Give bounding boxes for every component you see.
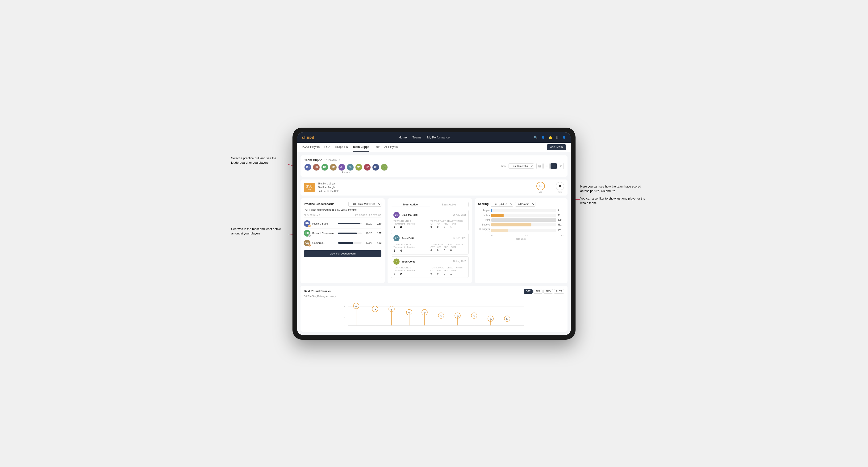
team-title-row: Team Clippd 14 Players ✎: [304, 158, 388, 162]
active-stats-3: Total Rounds TournamentPractice 7 2: [394, 267, 466, 276]
person-icon[interactable]: 👤: [541, 135, 545, 139]
bell-icon[interactable]: 🔔: [549, 135, 552, 139]
streaks-subtitle: Off The Tee, Fairway Accuracy: [304, 295, 564, 298]
putt-val-3: 1: [450, 272, 455, 275]
stat-group-practice-1: Total Practice Activities OTTAPPARGPUTT …: [431, 220, 466, 229]
active-stats-1: Total Rounds TournamentPractice 7 6: [394, 220, 466, 229]
lb-score-2: 18/20: [364, 232, 372, 235]
active-player-3-header: JC Josh Coles 26 Aug 2023: [394, 258, 466, 264]
drill-select[interactable]: PUTT Must Make Putt...: [348, 201, 381, 207]
streak-chart-svg: 6 4 2 7x: [304, 300, 564, 328]
chart-bar-birdies: [491, 214, 556, 217]
shot-start-lie: Start Lie: Rough: [318, 186, 339, 189]
drill-subtitle: PUTT Must Make Putting (3-6 ft), Last 3 …: [304, 209, 381, 211]
view-list-button[interactable]: ☰: [544, 163, 550, 169]
stat-values-practice-1: 0 0 0 1: [431, 225, 466, 228]
nav-my-performance[interactable]: My Performance: [427, 135, 450, 139]
lb-bar-fill-1: [338, 223, 361, 224]
lb-score-1: 19/20: [364, 222, 372, 225]
active-players-card: Most Active Least Active BM Blair McHarg…: [388, 198, 472, 283]
tab-pga[interactable]: PGA: [324, 143, 330, 152]
par-filter-select[interactable]: Par 3, 4 & 5s Par 3s Par 4s Par 5s: [491, 201, 513, 207]
scoring-card: Scoring Par 3, 4 & 5s Par 3s Par 4s Par …: [475, 198, 567, 283]
active-name-3: Josh Coles: [401, 260, 451, 263]
x-label-0: 0: [491, 235, 493, 237]
leaderboard-row-1[interactable]: RB 1 Richard Butler 19/20 110: [304, 219, 381, 228]
leaderboard-card-header: Practice Leaderboards PUTT Must Make Put…: [304, 201, 381, 207]
svg-text:4: 4: [344, 316, 346, 318]
lb-avg-3: 103: [374, 242, 381, 244]
streaks-card: Best Round Streaks OTT APP ARG PUTT Off …: [301, 286, 567, 332]
view-full-leaderboard-button[interactable]: View Full Leaderboard: [304, 250, 381, 257]
navbar: clippd Home Teams My Performance 🔍 👤 🔔 ⚙…: [297, 132, 571, 143]
arg-val-2: 0: [444, 249, 448, 252]
player-avatar-4[interactable]: DM: [330, 164, 337, 171]
stat-label-rounds-1: Total Rounds: [394, 220, 429, 222]
players-label: Players: [304, 171, 388, 174]
settings-icon[interactable]: ⚙: [556, 135, 559, 139]
view-icons: ▦ ☰ ☷ ⇵: [536, 163, 564, 169]
circle-connector: [547, 186, 554, 186]
filter-arg[interactable]: ARG: [544, 289, 553, 294]
player-avatar-2[interactable]: EC: [313, 164, 320, 171]
chart-val-bogeys: 311: [558, 223, 564, 226]
player-avatar-8[interactable]: OP: [364, 164, 371, 171]
player-avatar-7[interactable]: MN: [355, 164, 362, 171]
tablet-frame: clippd Home Teams My Performance 🔍 👤 🔔 ⚙…: [292, 128, 576, 340]
player-avatar-3[interactable]: CA: [321, 164, 328, 171]
practice-val-3: 2: [400, 272, 404, 276]
tab-tour[interactable]: Tour: [374, 143, 379, 152]
player-avatar-5[interactable]: JS: [338, 164, 345, 171]
add-team-button[interactable]: Add Team: [547, 144, 566, 150]
stat-group-practice-2: Total Practice Activities OTTAPPARGPUTT …: [431, 243, 466, 252]
tournament-val-2: 8: [394, 249, 398, 252]
player-avatar-1[interactable]: RB: [304, 164, 311, 171]
svg-text:5x: 5x: [408, 312, 410, 314]
chart-row-pars: Pars 499: [478, 218, 564, 222]
most-active-toggle[interactable]: Most Active: [391, 202, 430, 207]
edit-team-icon[interactable]: ✎: [338, 158, 341, 161]
filter-putt[interactable]: PUTT: [554, 289, 564, 294]
active-player-3: JC Josh Coles 26 Aug 2023 Total Rounds T…: [391, 256, 468, 278]
shot-dist: Shot Dist: 16 yds: [318, 182, 339, 186]
svg-text:6x: 6x: [374, 308, 376, 310]
lb-name-2: Edward Crossman: [312, 232, 336, 235]
stat-sub-rounds-3: TournamentPractice: [394, 269, 429, 272]
ott-val-3: 0: [431, 272, 435, 275]
lb-avatar-3: CA 3: [304, 240, 310, 246]
leaderboard-row-2[interactable]: EC 2 Edward Crossman 18/20 107: [304, 228, 381, 238]
stat-group-rounds-1: Total Rounds TournamentPractice 7 6: [394, 220, 429, 229]
active-name-2: Rees Britt: [401, 237, 451, 240]
svg-text:3x: 3x: [490, 318, 492, 320]
player-filter-select[interactable]: All Players: [515, 201, 535, 207]
player-avatar-10[interactable]: ST: [381, 164, 388, 171]
streaks-title: Best Round Streaks: [304, 290, 331, 293]
search-icon[interactable]: 🔍: [534, 135, 538, 139]
view-grid-button[interactable]: ▦: [536, 163, 542, 169]
player-avatar-9[interactable]: QR: [372, 164, 379, 171]
svg-text:3x: 3x: [506, 318, 508, 320]
show-period-select[interactable]: Last 3 months Last month Last 6 months: [508, 163, 534, 168]
svg-text:4x: 4x: [473, 315, 475, 317]
lb-avatar-1: RB 1: [304, 220, 310, 227]
ott-val-2: 0: [431, 249, 435, 252]
view-sort-button[interactable]: ⇵: [558, 163, 564, 169]
x-label-200: 200: [525, 235, 528, 237]
view-table-button[interactable]: ☷: [551, 163, 557, 169]
tab-all-players[interactable]: All Players: [384, 143, 398, 152]
filter-app[interactable]: APP: [533, 289, 542, 294]
least-active-toggle[interactable]: Least Active: [430, 202, 468, 207]
user-avatar-icon[interactable]: 👤: [562, 135, 566, 139]
nav-teams[interactable]: Teams: [412, 135, 422, 139]
tab-pgat-players[interactable]: PGAT Players: [302, 143, 319, 152]
nav-home[interactable]: Home: [399, 135, 407, 139]
lb-badge-1: 1: [308, 224, 311, 227]
streak-chart-area: 6 4 2 7x: [304, 300, 564, 328]
player-avatar-6[interactable]: KL: [347, 164, 354, 171]
active-date-1: 26 Aug 2023: [453, 214, 466, 216]
navbar-links: Home Teams My Performance: [399, 135, 450, 139]
leaderboard-row-3[interactable]: CA 3 Cameron... 17/20 103: [304, 238, 381, 248]
tab-team-clippd[interactable]: Team Clippd: [352, 143, 369, 152]
tab-hcaps[interactable]: Hcaps 1-5: [335, 143, 348, 152]
filter-ott[interactable]: OTT: [524, 289, 533, 294]
